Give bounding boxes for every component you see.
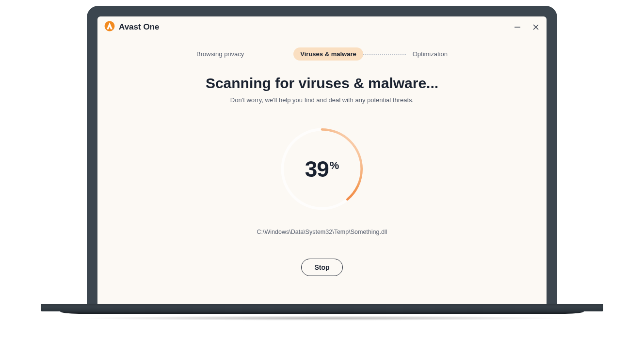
progress-label: 39 %: [276, 123, 368, 215]
actions: Stop: [97, 259, 547, 276]
step-browsing-privacy[interactable]: Browsing privacy: [190, 47, 251, 61]
minimize-icon: [514, 24, 521, 31]
stage: Avast One: [0, 0, 644, 339]
laptop-screen-bezel: Avast One: [87, 6, 557, 304]
step-optimization[interactable]: Optimization: [406, 47, 454, 61]
window-controls: [513, 22, 541, 32]
stop-button[interactable]: Stop: [301, 259, 342, 276]
brand: Avast One: [104, 21, 159, 33]
progress-percent: 39: [305, 156, 329, 182]
step-viruses-malware[interactable]: Viruses & malware: [293, 47, 363, 61]
avast-logo-icon: [104, 21, 115, 33]
page-title: Scanning for viruses & malware...: [97, 75, 547, 92]
stepper-connector-pending: [363, 54, 406, 55]
stepper: Browsing privacy Viruses & malware Optim…: [97, 47, 547, 61]
close-icon: [532, 24, 539, 31]
titlebar: Avast One: [97, 16, 547, 38]
percent-symbol: %: [330, 159, 339, 172]
progress-section: 39 % C:\Windows\Data\System32\Temp\Somet…: [97, 123, 547, 235]
laptop-base-top: [41, 304, 603, 311]
stepper-connector-done: [251, 54, 293, 54]
laptop-base: [41, 304, 603, 321]
laptop-shadow: [75, 316, 569, 321]
laptop-frame: Avast One: [87, 6, 557, 321]
current-scan-path: C:\Windows\Data\System32\Temp\Something.…: [257, 229, 387, 235]
minimize-button[interactable]: [513, 22, 522, 32]
page-subtitle: Don't worry, we'll help you find and dea…: [97, 96, 547, 104]
close-button[interactable]: [531, 22, 541, 32]
brand-name: Avast One: [119, 22, 159, 32]
laptop-base-bottom: [60, 311, 584, 314]
app-window: Avast One: [97, 16, 547, 304]
progress-ring: 39 %: [276, 123, 368, 215]
